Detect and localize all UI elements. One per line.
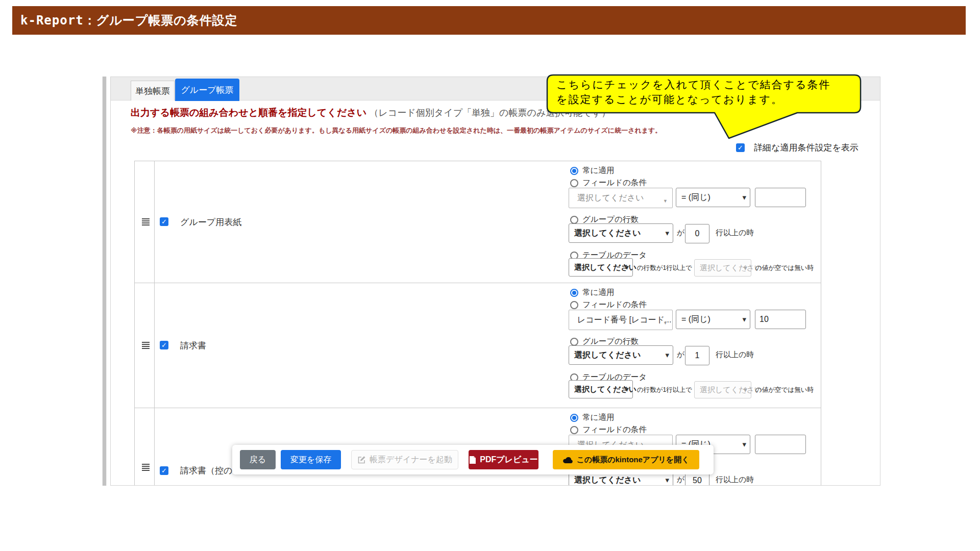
tab-group-report[interactable]: グループ帳票 — [175, 79, 239, 101]
ga-text: が — [677, 228, 684, 238]
radio-field-label[interactable]: フィールドの条件 — [582, 424, 647, 435]
table-row: ✓ 請求書 常に適用 フィールドの条件 レコード番号 [レコード... ▼ = … — [135, 283, 821, 408]
field-select-value: 選択してください — [577, 193, 644, 202]
chevron-down-icon: ▾ — [743, 260, 747, 276]
table-field-select-disabled: 選択してください ▾ — [694, 381, 751, 398]
back-button[interactable]: 戻る — [240, 450, 276, 469]
chevron-down-icon: ▾ — [665, 224, 669, 242]
detail-condition-toggle: ✓ 詳細な適用条件設定を表示 — [736, 142, 859, 154]
radio-always-label[interactable]: 常に適用 — [582, 165, 614, 176]
tab-single-report[interactable]: 単独帳票 — [131, 81, 175, 101]
rows-at-least-one-text: の行数が1行以上で — [637, 264, 692, 272]
radio-always[interactable] — [570, 167, 578, 175]
table-select[interactable]: 選択してください ▾ — [569, 380, 633, 398]
table-row: ✓ グループ用表紙 常に適用 フィールドの条件 選択してください ▼ = (同じ… — [135, 161, 821, 283]
pdf-label: PDFプレビュー — [480, 455, 538, 465]
chevron-down-icon: ▾ — [665, 346, 669, 364]
chevron-down-icon: ▾ — [742, 310, 746, 329]
table-field-value: 選択してください — [700, 263, 762, 272]
radio-field-label[interactable]: フィールドの条件 — [582, 299, 647, 310]
field-select[interactable]: レコード番号 [レコード... ▼ — [569, 310, 673, 330]
chevron-down-icon: ▾ — [742, 435, 746, 454]
operator-select[interactable]: = (同じ) ▾ — [676, 310, 750, 329]
back-label: 戻る — [250, 455, 266, 465]
field-select[interactable]: 選択してください ▼ — [569, 188, 673, 208]
app-header: k-Report：グループ帳票の条件設定 — [12, 6, 966, 35]
vertical-scrollbar[interactable] — [102, 77, 107, 486]
callout-line2: を設定することが可能となっております。 — [556, 92, 863, 107]
operator-select[interactable]: = (同じ) ▾ — [676, 188, 750, 207]
kintone-label: この帳票のkintoneアプリを開く — [576, 455, 689, 465]
chevron-down-icon: ▾ — [625, 381, 629, 398]
operator-value: = (同じ) — [681, 193, 710, 202]
check-icon: ✓ — [738, 144, 743, 152]
radio-always[interactable] — [570, 414, 578, 422]
save-label: 変更を保存 — [290, 455, 331, 465]
condition-block: 常に適用 フィールドの条件 選択してください ▼ = (同じ) ▾ グルー — [135, 161, 821, 283]
detail-condition-label[interactable]: 詳細な適用条件設定を表示 — [754, 142, 859, 154]
pdf-preview-button[interactable]: PDFプレビュー — [469, 450, 538, 469]
rows-at-least-one-text: の行数が1行以上で — [637, 386, 692, 394]
group-field-select[interactable]: 選択してください ▾ — [569, 223, 673, 243]
field-value-input[interactable] — [755, 188, 806, 207]
rows-or-more-text: 行以上の時 — [716, 228, 754, 238]
radio-always-label[interactable]: 常に適用 — [582, 412, 614, 423]
group-count-input[interactable] — [685, 346, 709, 365]
radio-field-condition[interactable] — [570, 179, 578, 187]
rows-or-more-text: 行以上の時 — [716, 475, 754, 485]
callout-line1: こちらにチェックを入れて頂くことで結合する条件 — [556, 77, 863, 92]
table-field-value: 選択してください — [700, 385, 762, 394]
operator-value: = (同じ) — [681, 315, 710, 323]
radio-group-rows[interactable] — [570, 338, 578, 346]
condition-block: 常に適用 フィールドの条件 レコード番号 [レコード... ▼ = (同じ) ▾ — [135, 283, 821, 408]
radio-group-rows[interactable] — [570, 216, 578, 224]
field-value-input[interactable] — [755, 310, 806, 329]
pencil-square-icon — [357, 456, 366, 464]
combo-arrow-icon: ▼ — [663, 313, 668, 333]
page-title: k-Report：グループ帳票の条件設定 — [12, 12, 238, 29]
field-value-input[interactable] — [755, 435, 806, 454]
group-field-value: 選択してください — [574, 350, 641, 359]
designer-label: 帳票デザイナーを起動 — [370, 455, 452, 465]
chevron-down-icon: ▾ — [742, 188, 746, 207]
page: k-Report：グループ帳票の条件設定 単独帳票 グループ帳票 出力する帳票の… — [0, 0, 980, 551]
save-changes-button[interactable]: 変更を保存 — [281, 450, 341, 469]
report-table: ✓ グループ用表紙 常に適用 フィールドの条件 選択してください ▼ = (同じ… — [134, 161, 821, 486]
group-field-value: 選択してください — [574, 229, 641, 237]
instruction-heading: 出力する帳票の組み合わせと順番を指定してください （レコード個別タイプ「単独」の… — [131, 106, 610, 119]
table-select[interactable]: 選択してください ▾ — [569, 258, 633, 277]
detail-condition-checkbox[interactable]: ✓ — [736, 143, 745, 152]
scrollbar-thumb[interactable] — [103, 77, 106, 486]
radio-field-condition[interactable] — [570, 426, 578, 434]
radio-always[interactable] — [570, 289, 578, 297]
open-kintone-app-button[interactable]: この帳票のkintoneアプリを開く — [553, 450, 699, 469]
not-empty-text: の値が空では無い時 — [755, 386, 814, 394]
ga-text: が — [677, 475, 684, 485]
instruction-main: 出力する帳票の組み合わせと順番を指定してください — [131, 107, 366, 118]
chevron-down-icon: ▾ — [743, 382, 747, 398]
group-field-select[interactable]: 選択してください ▾ — [569, 345, 673, 365]
rows-or-more-text: 行以上の時 — [716, 350, 754, 360]
radio-field-label[interactable]: フィールドの条件 — [582, 178, 647, 188]
group-field-value: 選択してください — [574, 475, 641, 484]
ga-text: が — [677, 350, 684, 360]
radio-always-label[interactable]: 常に適用 — [582, 287, 614, 298]
group-count-input[interactable] — [685, 224, 709, 243]
radio-field-condition[interactable] — [570, 301, 578, 309]
launch-designer-button[interactable]: 帳票デザイナーを起動 — [351, 450, 458, 469]
not-empty-text: の値が空では無い時 — [755, 264, 814, 272]
pdf-file-icon — [469, 456, 476, 464]
table-field-select-disabled: 選択してください ▾ — [694, 259, 751, 277]
field-select-value: レコード番号 [レコード... — [577, 315, 671, 324]
callout-text: こちらにチェックを入れて頂くことで結合する条件 を設定することが可能となっており… — [556, 77, 863, 107]
cloud-icon — [562, 456, 573, 464]
combo-arrow-icon: ▼ — [663, 191, 668, 211]
action-toolbar: 戻る 変更を保存 帳票デザイナーを起動 PDFプレビュー この帳票のkinton… — [232, 445, 714, 474]
chevron-down-icon: ▾ — [625, 259, 629, 276]
